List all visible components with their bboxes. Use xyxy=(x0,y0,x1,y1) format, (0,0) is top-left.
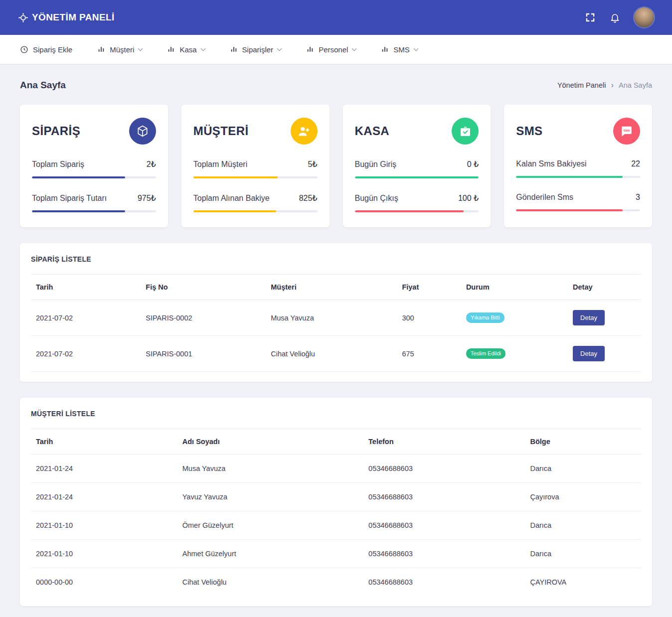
column-header: Bölge xyxy=(525,429,641,455)
customer-row: 0000-00-00 Cihat Velioğlu 05346688603 ÇA… xyxy=(31,568,641,597)
customer-phone: 05346688603 xyxy=(363,483,525,511)
chevron-down-icon xyxy=(352,46,357,51)
stat-label: Gönderilen Sms xyxy=(516,193,573,202)
card-title: MÜŞTERİ xyxy=(193,124,249,138)
page-title: Ana Sayfa xyxy=(20,80,66,91)
cube-icon xyxy=(129,118,156,145)
menu-item-siparis-ekle[interactable]: Sipariş Ekle xyxy=(20,45,72,54)
status-badge: Teslim Edildi xyxy=(466,348,505,359)
progress-bar xyxy=(193,176,318,178)
orders-table: Tarih Fiş No Müşteri Fiyat Durum Detay 2… xyxy=(31,274,641,372)
menu-label: Siparişler xyxy=(242,45,274,54)
fullscreen-icon[interactable] xyxy=(585,12,596,23)
customer-phone: 05346688603 xyxy=(363,511,525,540)
chart-icon xyxy=(381,45,389,53)
brand-title: YÖNETİM PANELİ xyxy=(32,12,115,23)
customer-date: 2021-01-24 xyxy=(31,455,177,483)
column-header: Tarih xyxy=(31,275,141,300)
customer-name: Cihat Velioğlu xyxy=(177,568,363,597)
stat-label: Bugün Çıkış xyxy=(355,194,398,203)
menu-item-personel[interactable]: Personel xyxy=(306,45,356,54)
user-plus-icon xyxy=(291,118,318,145)
breadcrumb-current: Ana Sayfa xyxy=(619,81,652,89)
progress-bar xyxy=(32,176,156,178)
progress-bar xyxy=(193,210,318,212)
svg-text:SMS: SMS xyxy=(623,129,630,132)
menu-label: Sipariş Ekle xyxy=(33,45,72,54)
customer-row: 2021-01-24 Yavuz Yavuza 05346688603 Çayı… xyxy=(31,483,641,511)
top-navbar: YÖNETİM PANELİ xyxy=(0,0,672,35)
stat-card-kasa: KASA Bugün Giriş0 ₺ Bugün Çıkış100 ₺ xyxy=(343,105,491,227)
order-price: 300 xyxy=(397,300,461,336)
clock-icon xyxy=(20,45,28,54)
menu-item-siparisler[interactable]: Siparişler xyxy=(230,45,282,54)
menu-item-musteri[interactable]: Müşteri xyxy=(97,45,142,54)
customer-name: Musa Yavuza xyxy=(177,455,363,483)
detail-button[interactable]: Detay xyxy=(573,346,605,361)
menu-item-sms[interactable]: SMS xyxy=(381,45,418,54)
menu-label: Kasa xyxy=(179,45,196,54)
menu-label: SMS xyxy=(393,45,410,54)
menu-item-kasa[interactable]: Kasa xyxy=(167,45,204,54)
customer-name: Yavuz Yavuza xyxy=(177,483,363,511)
order-customer: Musa Yavuza xyxy=(266,300,397,336)
bell-icon[interactable] xyxy=(610,12,620,23)
stat-value: 825₺ xyxy=(299,193,318,203)
customers-panel-title: MÜŞTERİ LİSTELE xyxy=(31,410,641,429)
stat-value: 2₺ xyxy=(147,159,156,169)
stat-label: Bugün Giriş xyxy=(355,160,397,169)
customer-region: ÇAYIROVA xyxy=(525,568,641,597)
sms-icon: SMS xyxy=(613,118,640,145)
breadcrumb: Yönetim Paneli › Ana Sayfa xyxy=(557,80,652,90)
stat-cards: SİPARİŞ Toplam Sipariş2₺ Toplam Sipariş … xyxy=(20,105,652,227)
stat-label: Toplam Müşteri xyxy=(193,160,247,169)
customer-region: Darıca xyxy=(525,511,641,540)
order-receipt-no: SIPARIS-0001 xyxy=(141,336,266,372)
stat-label: Toplam Alınan Bakiye xyxy=(193,194,270,203)
stat-label: Toplam Sipariş Tutarı xyxy=(32,194,107,203)
progress-bar xyxy=(355,210,479,212)
brand-logo[interactable]: YÖNETİM PANELİ xyxy=(18,12,115,23)
column-header: Tarih xyxy=(31,429,177,455)
progress-bar xyxy=(32,210,156,212)
stat-card-sms: SMS SMS Kalan Sms Bakiyesi22 Gönderilen … xyxy=(504,105,652,227)
customer-phone: 05346688603 xyxy=(363,455,525,483)
order-row: 2021-07-02 SIPARIS-0002 Musa Yavuza 300 … xyxy=(31,300,641,336)
stat-card-musteri: MÜŞTERİ Toplam Müşteri5₺ Toplam Alınan B… xyxy=(181,105,330,227)
chart-icon xyxy=(167,45,175,53)
status-badge: Yıkama Bitti xyxy=(466,312,504,323)
customer-phone: 05346688603 xyxy=(363,568,525,597)
customer-region: Darıca xyxy=(525,540,641,568)
customer-region: Çayırova xyxy=(525,483,641,511)
order-row: 2021-07-02 SIPARIS-0001 Cihat Velioğlu 6… xyxy=(31,336,641,372)
column-header: Detay xyxy=(568,275,641,300)
detail-button[interactable]: Detay xyxy=(573,310,605,325)
customer-name: Ahmet Güzelyurt xyxy=(177,540,363,568)
user-avatar[interactable] xyxy=(634,7,654,27)
progress-bar xyxy=(516,176,640,178)
table-header-row: Tarih Adı Soyadı Telefon Bölge xyxy=(31,429,641,455)
chart-icon xyxy=(97,45,105,53)
stat-label: Toplam Sipariş xyxy=(32,160,84,169)
progress-bar xyxy=(355,176,479,178)
customer-date: 2021-01-24 xyxy=(31,483,177,511)
card-title: SİPARİŞ xyxy=(32,124,80,138)
card-title: SMS xyxy=(516,124,542,138)
stat-card-siparis: SİPARİŞ Toplam Sipariş2₺ Toplam Sipariş … xyxy=(20,105,168,227)
card-title: KASA xyxy=(355,124,390,138)
table-header-row: Tarih Fiş No Müşteri Fiyat Durum Detay xyxy=(31,275,641,300)
stat-value: 100 ₺ xyxy=(458,193,479,203)
stat-value: 3 xyxy=(636,193,640,202)
stat-label: Kalan Sms Bakiyesi xyxy=(516,159,586,168)
column-header: Fiş No xyxy=(141,275,266,300)
breadcrumb-parent[interactable]: Yönetim Paneli xyxy=(557,81,606,89)
menu-label: Personel xyxy=(319,45,348,54)
column-header: Fiyat xyxy=(397,275,461,300)
order-date: 2021-07-02 xyxy=(31,336,141,372)
chevron-down-icon xyxy=(200,46,205,51)
orders-panel-title: SİPARİŞ LİSTELE xyxy=(31,255,641,274)
order-price: 675 xyxy=(397,336,461,372)
chevron-down-icon xyxy=(277,46,282,51)
customer-phone: 05346688603 xyxy=(363,540,525,568)
customer-region: Darıca xyxy=(525,455,641,483)
